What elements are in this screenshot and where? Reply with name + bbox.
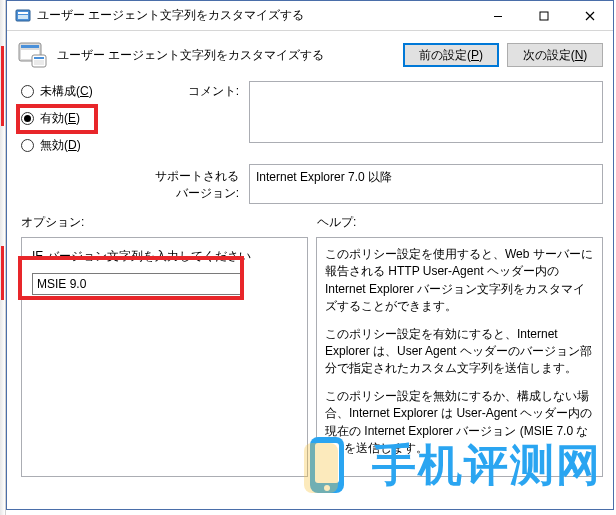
supported-label: サポートされるバージョン: (145, 164, 245, 202)
button-label: 次の設定(N) (523, 47, 588, 64)
window-title: ユーザー エージェント文字列をカスタマイズする (37, 7, 475, 24)
dialog-window: ユーザー エージェント文字列をカスタマイズする ユーザー エージ (6, 0, 614, 510)
policy-icon (17, 39, 49, 71)
previous-setting-button[interactable]: 前の設定(P) (403, 43, 499, 67)
titlebar: ユーザー エージェント文字列をカスタマイズする (7, 1, 613, 31)
radio-disabled[interactable]: 無効(D) (21, 137, 141, 154)
comment-textarea[interactable] (249, 81, 603, 143)
svg-rect-3 (494, 16, 502, 17)
header-row: ユーザー エージェント文字列をカスタマイズする 前の設定(P) 次の設定(N) (7, 31, 613, 81)
annotation-strip (1, 246, 4, 300)
help-panel: このポリシー設定を使用すると、Web サーバーに報告される HTTP User-… (316, 237, 603, 477)
svg-rect-4 (540, 12, 548, 20)
annotation-strip (1, 46, 4, 126)
radio-label: 無効(D) (40, 137, 81, 154)
ie-version-input[interactable] (32, 273, 242, 295)
help-paragraph: このポリシー設定を無効にするか、構成しない場合、Internet Explore… (325, 388, 594, 458)
ie-version-prompt: IE バージョン文字列を入力してください (32, 248, 297, 265)
radio-label: 未構成(C) (40, 83, 93, 100)
maximize-button[interactable] (521, 1, 567, 31)
radio-enabled[interactable]: 有効(E) (21, 110, 141, 127)
supported-versions-box: Internet Explorer 7.0 以降 (249, 164, 603, 204)
svg-rect-2 (18, 15, 28, 19)
radio-dot-icon (21, 112, 34, 125)
comment-label: コメント: (145, 81, 245, 100)
app-icon (15, 8, 31, 24)
radio-not-configured[interactable]: 未構成(C) (21, 83, 141, 100)
close-button[interactable] (567, 1, 613, 31)
options-panel: IE バージョン文字列を入力してください (21, 237, 308, 477)
header-title: ユーザー エージェント文字列をカスタマイズする (57, 47, 395, 64)
svg-rect-6 (21, 45, 39, 48)
section-labels: オプション: ヘルプ: (7, 204, 613, 237)
header-buttons: 前の設定(P) 次の設定(N) (403, 43, 603, 67)
columns: IE バージョン文字列を入力してください このポリシー設定を使用すると、Web … (7, 237, 613, 509)
button-label: 前の設定(P) (419, 47, 483, 64)
minimize-button[interactable] (475, 1, 521, 31)
svg-rect-10 (34, 60, 44, 65)
config-area: 未構成(C) 有効(E) 無効(D) コメント: サポートされるバージョン: I… (7, 81, 613, 204)
radio-dot-icon (21, 85, 34, 98)
help-paragraph: このポリシー設定を使用すると、Web サーバーに報告される HTTP User-… (325, 246, 594, 316)
help-label: ヘルプ: (317, 214, 603, 231)
radio-label: 有効(E) (40, 110, 80, 127)
help-paragraph: このポリシー設定を有効にすると、Internet Explorer は、User… (325, 326, 594, 378)
next-setting-button[interactable]: 次の設定(N) (507, 43, 603, 67)
svg-rect-1 (18, 12, 28, 14)
svg-rect-9 (34, 57, 44, 59)
window-buttons (475, 1, 613, 30)
supported-versions-text: Internet Explorer 7.0 以降 (256, 170, 392, 184)
radio-dot-icon (21, 139, 34, 152)
options-label: オプション: (21, 214, 307, 231)
state-radio-group: 未構成(C) 有効(E) 無効(D) (21, 81, 141, 154)
